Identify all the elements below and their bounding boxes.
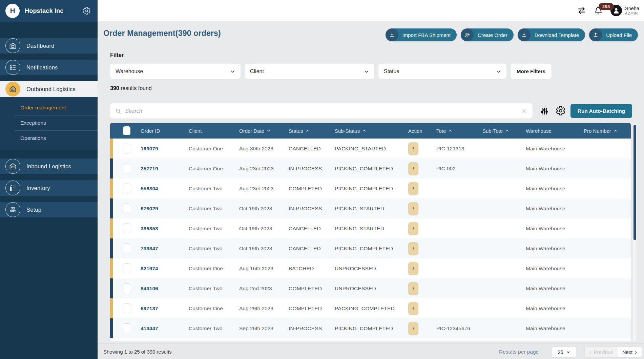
submenu-item-order-management[interactable]: Order management [0,100,98,115]
cell-sub-status: PICKING_STARTED [335,226,408,232]
column-header-pro-number[interactable]: Pro Number [584,128,631,134]
sidebar-gear-icon[interactable] [83,7,91,15]
sort-asc-icon [448,128,453,133]
cell-warehouse: Main Warehouse [526,266,584,272]
sidebar-item-notifications[interactable]: Notifications [0,60,98,75]
upload-file-button[interactable]: Upload File [589,28,638,41]
column-header-client[interactable]: Client [189,128,239,134]
cell-order-date: Sep 26th 2023 [239,325,289,332]
cell-order-id[interactable]: 386853 [141,226,189,232]
cell-order-id[interactable]: 739847 [141,246,189,252]
column-header-sub-status[interactable]: Sub-Status [335,128,408,134]
cell-sub-status: PICKING_COMPLETED [335,246,408,252]
row-actions-kebab-button[interactable] [408,242,418,255]
submenu-item-operations[interactable]: Operations [0,131,98,146]
table-settings-gear-icon[interactable] [556,106,566,116]
row-checkbox[interactable] [123,144,131,153]
column-header-sub-tote[interactable]: Sub-Tote [482,128,526,134]
sidebar-item-label: Inbound Logistics [26,163,71,170]
cell-order-id[interactable]: 676029 [141,206,189,212]
upload-icon [589,28,602,41]
row-actions-kebab-button[interactable] [408,302,418,315]
sidebar-item-dashboard[interactable]: Dashboard [0,38,98,54]
table-row: 821974Customer OneAug 16th 2023BATCHEDUN… [110,258,631,278]
cell-tote: PIC-002 [436,166,482,172]
cell-sub-status: UNPROCESSED [335,266,408,272]
cell-sub-status: PICKING_COMPLETED [335,325,408,332]
column-header-warehouse[interactable]: Warehouse [526,128,584,134]
submenu-item-exceptions[interactable]: Exceptions [0,115,98,130]
row-checkbox[interactable] [123,184,131,193]
sidebar-item-inventory[interactable]: Inventory [0,180,98,196]
table-row: 697137Customer OneAug 29th 2023COMPLETED… [110,298,631,318]
cell-order-id[interactable]: 257719 [141,166,189,172]
row-checkbox[interactable] [123,204,131,213]
column-header-order-date[interactable]: Order Date [239,128,289,134]
row-checkbox[interactable] [123,244,131,253]
column-header-tote[interactable]: Tote [436,128,482,134]
select-all-checkbox[interactable] [123,126,130,135]
row-actions-kebab-button[interactable] [408,262,418,275]
row-actions-kebab-button[interactable] [408,202,418,215]
row-checkbox[interactable] [123,164,131,173]
cell-order-id[interactable]: 556304 [141,186,189,192]
results-suffix: results found [119,85,152,91]
import-fba-shipment-button[interactable]: Import FBA Shipment [386,28,457,41]
sort-asc-icon [505,128,510,133]
user-menu[interactable]: Sneha ADMIN [610,5,639,16]
sidebar-item-inbound-logistics[interactable]: Inbound Logistics [0,159,98,174]
row-checkbox[interactable] [123,303,131,313]
row-actions-kebab-button[interactable] [408,222,418,235]
cell-client: Customer Two [189,206,239,212]
cell-client: Customer Two [189,226,239,232]
chevron-down-icon [230,68,236,75]
chevron-down-icon [496,68,502,75]
cell-action [408,242,436,255]
results-found-text: 390 results found [110,85,152,91]
sidebar-item-outbound-logistics[interactable]: Outbound Logistics [0,81,98,97]
download-template-button[interactable]: Download Template [518,28,585,41]
column-header-status[interactable]: Status [289,128,335,134]
status-filter-dropdown[interactable]: Status [378,64,506,79]
cell-sub-status: PACKING_COMPLETED [335,305,408,312]
more-filters-button[interactable]: More Filters [511,64,552,79]
filter-sliders-icon[interactable] [540,107,549,115]
row-actions-kebab-button[interactable] [408,162,418,175]
notifications-bell-icon[interactable]: 298 [594,6,603,15]
next-page-button[interactable]: Next› [618,347,642,357]
row-status-stripe [110,318,113,338]
row-actions-kebab-button[interactable] [408,282,418,295]
row-actions-kebab-button[interactable] [408,142,418,155]
row-actions-kebab-button[interactable] [408,182,418,195]
client-filter-dropdown[interactable]: Client [245,64,374,79]
page-size-select[interactable]: 25 [552,346,576,358]
swap-arrows-icon[interactable] [577,6,586,15]
table-row: 556304Customer TwoAug 23rd 2023COMPLETED… [110,178,631,198]
cell-client: Customer One [189,146,239,152]
search-input[interactable] [125,108,521,114]
run-auto-batching-button[interactable]: Run Auto-Batching [570,104,632,118]
sidebar-item-setup[interactable]: Setup [0,202,98,217]
cell-order-id[interactable]: 413447 [141,325,189,332]
column-label: Order Date [239,128,264,134]
row-checkbox[interactable] [123,323,131,333]
cell-order-id[interactable]: 169079 [141,146,189,152]
cell-order-id[interactable]: 843106 [141,286,189,292]
showing-results-text: Showing 1 to 25 of 390 results [103,349,172,355]
cell-order-id[interactable]: 697137 [141,305,189,312]
row-checkbox[interactable] [123,263,131,273]
column-header-order-id[interactable]: Order ID [141,128,189,134]
row-checkbox[interactable] [123,224,131,233]
row-checkbox[interactable] [123,283,131,293]
scrollbar-thumb[interactable] [633,125,636,240]
create-order-button[interactable]: Create Order [461,28,514,41]
row-actions-kebab-button[interactable] [408,322,418,335]
cell-order-id[interactable]: 821974 [141,266,189,272]
dropdown-value: Client [250,68,363,75]
topbar: 298 Sneha ADMIN [98,0,644,21]
cell-status: BATCHED [289,266,335,272]
column-header-action[interactable]: Action [408,128,436,134]
clear-search-icon[interactable] [521,108,528,114]
warehouse-filter-dropdown[interactable]: Warehouse [110,64,241,79]
previous-page-button[interactable]: ‹Previous [585,347,618,357]
